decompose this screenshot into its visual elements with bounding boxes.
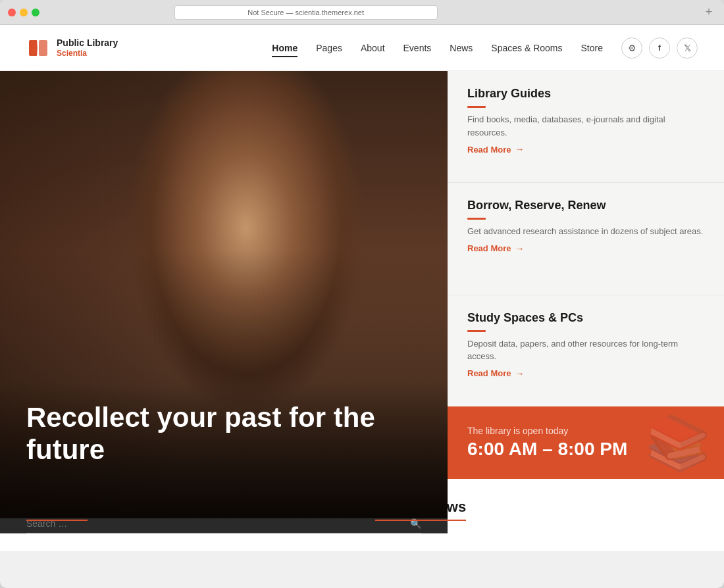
gear-icon: ⚙ [628, 43, 636, 53]
nav-link-pages[interactable]: Pages [316, 43, 342, 53]
sidebar-card-library-guides: Library Guides Find books, media, databa… [448, 71, 724, 183]
card-link-study-spaces[interactable]: Read More → [467, 368, 704, 379]
nav-link-store[interactable]: Store [581, 43, 603, 53]
nav-icons: ⚙ f 𝕏 [621, 37, 698, 59]
hours-box: 📚 The library is open today 6:00 AM – 8:… [448, 406, 724, 479]
card-title-study-spaces: Study Spaces & PCs [467, 311, 704, 325]
nav-item-events[interactable]: Events [403, 42, 432, 54]
card-title-borrow: Borrow, Reserve, Renew [467, 199, 704, 212]
nav-link-news[interactable]: News [450, 43, 473, 53]
sidebar-card-study-spaces: Study Spaces & PCs Deposit data, papers,… [448, 295, 724, 406]
browser-window: Not Secure — scientia.themerex.net + Pub… [0, 0, 724, 588]
logo-text-block: Public Library Scientia [57, 37, 118, 58]
nav-link-about[interactable]: About [361, 43, 385, 53]
settings-icon-button[interactable]: ⚙ [621, 37, 642, 59]
nav-item-store[interactable]: Store [581, 42, 603, 54]
nav-item-news[interactable]: News [450, 42, 473, 54]
browser-titlebar: Not Secure — scientia.themerex.net + [0, 0, 724, 25]
arrow-icon-3: → [515, 368, 524, 379]
hero-headline: Recollect your past for the future [26, 402, 421, 466]
svg-rect-0 [29, 40, 38, 56]
logo-subtitle: Scientia [57, 49, 118, 58]
maximize-button[interactable] [32, 9, 39, 16]
twitter-icon: 𝕏 [684, 43, 691, 53]
card-desc-borrow: Get advanced research assistance in doze… [467, 225, 704, 238]
nav-link-home[interactable]: Home [272, 43, 297, 57]
hero-gradient-overlay [0, 250, 448, 518]
minimize-button[interactable] [20, 9, 28, 16]
hero-section: Recollect your past for the future [0, 71, 448, 518]
book-background-icon: 📚 [645, 416, 711, 469]
nav-item-home[interactable]: Home [272, 42, 297, 54]
card-title-library-guides: Library Guides [467, 87, 704, 101]
arrow-icon: → [515, 144, 524, 155]
facebook-icon: f [658, 43, 661, 53]
logo-area[interactable]: Public Library Scientia [26, 36, 118, 60]
traffic-lights [8, 9, 39, 16]
card-link-borrow[interactable]: Read More → [467, 243, 704, 254]
logo-icon [26, 36, 50, 60]
nav-link-events[interactable]: Events [403, 43, 432, 53]
sidebar-card-borrow: Borrow, Reserve, Renew Get advanced rese… [448, 183, 724, 295]
sidebar-cards: Library Guides Find books, media, databa… [448, 71, 724, 406]
twitter-icon-button[interactable]: 𝕏 [677, 37, 698, 59]
main-section: Recollect your past for the future 🔍 L [0, 71, 724, 479]
logo-title: Public Library [57, 37, 118, 49]
hero-text: Recollect your past for the future [26, 402, 421, 466]
facebook-icon-button[interactable]: f [649, 37, 670, 59]
card-accent-3 [467, 330, 486, 332]
website: Public Library Scientia Home Pages About… [0, 25, 724, 551]
card-accent-1 [467, 106, 486, 108]
card-accent-2 [467, 218, 486, 220]
svg-rect-1 [39, 40, 47, 56]
nav-item-pages[interactable]: Pages [316, 42, 342, 54]
nav-links: Home Pages About Events News Spaces & Ro… [272, 42, 603, 54]
card-link-library-guides[interactable]: Read More → [467, 144, 704, 155]
nav-item-about[interactable]: About [361, 42, 385, 54]
card-desc-library-guides: Find books, media, databases, e-journals… [467, 113, 704, 139]
address-bar[interactable]: Not Secure — scientia.themerex.net [174, 5, 438, 20]
new-tab-button[interactable]: + [702, 5, 716, 20]
nav-item-spaces-rooms[interactable]: Spaces & Rooms [491, 42, 562, 54]
nav-header: Public Library Scientia Home Pages About… [0, 25, 724, 71]
arrow-icon-2: → [515, 243, 524, 254]
card-desc-study-spaces: Deposit data, papers, and other resource… [467, 337, 704, 363]
close-button[interactable] [8, 9, 16, 16]
nav-link-spaces-rooms[interactable]: Spaces & Rooms [491, 43, 562, 53]
sidebar-right: Library Guides Find books, media, databa… [448, 71, 724, 479]
